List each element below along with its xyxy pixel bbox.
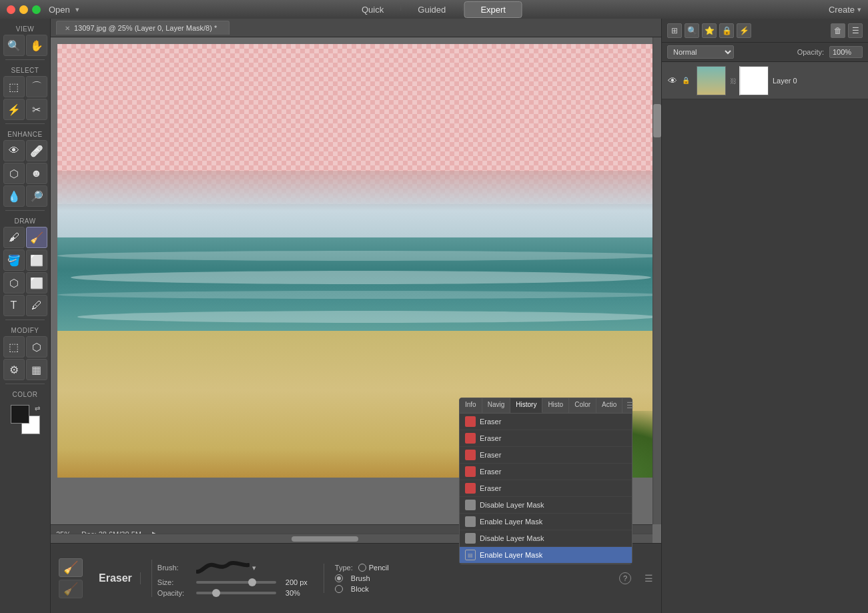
opacity-label: Opacity: [797, 48, 824, 56]
actio-tab[interactable]: Actio [596, 398, 622, 413]
lasso-tool[interactable]: ⌒ [26, 76, 47, 97]
brush-radio[interactable] [335, 574, 343, 582]
history-item-3[interactable]: Eraser [460, 447, 632, 464]
layer-thumbnail[interactable] [697, 66, 726, 95]
gradient-tool[interactable]: ⬜ [26, 249, 47, 271]
history-item-5[interactable]: Eraser [460, 480, 632, 497]
create-arrow[interactable]: ▾ [857, 5, 861, 14]
paint-tool[interactable]: 🖊 [26, 295, 47, 316]
open-dropdown-arrow[interactable]: ▾ [75, 5, 79, 14]
opacity-value: 30% [286, 589, 300, 597]
rectangle-shape[interactable]: ⬜ [26, 272, 47, 293]
panel-menu-btn[interactable]: ☰ [848, 23, 863, 38]
layer-item[interactable]: 👁 🔒 ⛓ Layer 0 [662, 62, 868, 99]
arrange-tool[interactable]: ⚙ [3, 359, 25, 380]
history-label-7: Enable Layer Mask [480, 518, 542, 526]
brush-picker[interactable]: ▾ [196, 560, 256, 576]
info-tab[interactable]: Info [460, 398, 482, 413]
vertical-scrollbar[interactable] [653, 37, 661, 524]
panel-icon-2[interactable]: 🔍 [685, 23, 699, 38]
histo-tab[interactable]: Histo [542, 398, 569, 413]
minimize-button[interactable] [19, 5, 28, 14]
left-toolbar: VIEW 🔍 ✋ SELECT ⬚ ⌒ ⚡ ✂ ENHANCE 👁 🩹 ⬡ ☻ … [0, 19, 51, 613]
size-slider[interactable] [196, 581, 276, 584]
panel-icon-4[interactable]: 🔒 [719, 23, 734, 38]
brush-option[interactable]: Brush [335, 574, 389, 582]
brush-dropdown-arrow[interactable]: ▾ [252, 564, 256, 572]
maximize-button[interactable] [32, 5, 41, 14]
visibility-toggle[interactable]: 👁 [667, 75, 678, 86]
help-icon[interactable]: ? [619, 572, 631, 584]
draw-tools-1: 🖌 🧹 [3, 227, 47, 248]
brush-preview[interactable] [196, 560, 250, 576]
open-label[interactable]: Open [49, 5, 70, 15]
history-icon-2 [465, 433, 476, 444]
zoom-tool[interactable]: 🔍 [3, 35, 25, 56]
history-item-9[interactable]: ▤ Enable Layer Mask [460, 547, 632, 564]
crop-tool[interactable]: ✂ [26, 99, 47, 120]
swap-colors[interactable]: ⇄ [35, 405, 40, 412]
quick-select-tool[interactable]: ⚡ [3, 99, 25, 120]
quick-button[interactable]: Quick [346, 1, 400, 18]
hand-tool[interactable]: ✋ [26, 35, 47, 56]
opacity-input[interactable] [829, 46, 863, 58]
create-button[interactable]: Create [829, 5, 855, 15]
history-item-4[interactable]: Eraser [460, 464, 632, 480]
type-tool[interactable]: T [3, 295, 25, 316]
paint-bucket[interactable]: 🪣 [3, 249, 25, 271]
blend-mode-select[interactable]: Normal [667, 45, 734, 59]
layer-mask-thumbnail[interactable] [739, 66, 769, 95]
image-tab[interactable]: ✕ 13097.jpg @ 25% (Layer 0, Layer Mask/8… [56, 21, 230, 35]
panel-menu[interactable]: ☰ [622, 398, 638, 413]
blur-tool[interactable]: 🔎 [26, 185, 47, 207]
healing-brush[interactable]: 🩹 [26, 140, 47, 161]
clone-tool[interactable]: ⬡ [3, 163, 25, 184]
red-eye-tool[interactable]: 👁 [3, 140, 25, 161]
opacity-thumb[interactable] [212, 589, 220, 597]
smudge-tool[interactable]: ☻ [26, 163, 47, 184]
history-icon-4 [465, 466, 476, 477]
history-item-6[interactable]: Disable Layer Mask [460, 497, 632, 514]
close-button[interactable] [7, 5, 15, 14]
block-option[interactable]: Block [335, 585, 389, 593]
divider-5 [5, 384, 45, 384]
tab-bar: ✕ 13097.jpg @ 25% (Layer 0, Layer Mask/8… [51, 19, 661, 37]
history-item-1[interactable]: Eraser [460, 414, 632, 430]
color-swatches[interactable]: ⇄ [11, 405, 40, 434]
panel-icon-5[interactable]: ⚡ [737, 23, 751, 38]
history-item-8[interactable]: Disable Layer Mask [460, 530, 632, 547]
dodge-tool[interactable]: 💧 [3, 185, 25, 207]
recompose-tool[interactable]: ▦ [26, 359, 47, 380]
panel-icon-1[interactable]: ⊞ [667, 23, 682, 38]
opacity-slider[interactable] [196, 592, 276, 594]
h-scroll-thumb[interactable] [292, 536, 358, 542]
eraser-variant-2[interactable]: 🧹 [59, 580, 83, 598]
size-thumb[interactable] [248, 578, 256, 586]
navig-tab[interactable]: Navig [482, 398, 511, 413]
history-tab[interactable]: History [510, 398, 542, 413]
panel-icon-3[interactable]: ⭐ [702, 23, 717, 38]
eraser-variant-1[interactable]: 🧹 [59, 558, 83, 577]
guided-button[interactable]: Guided [402, 1, 462, 18]
distort-tool[interactable]: ⬡ [26, 336, 47, 358]
color-tab[interactable]: Color [569, 398, 596, 413]
expert-button[interactable]: Expert [464, 1, 522, 18]
options-menu-icon[interactable]: ☰ [644, 573, 653, 584]
v-scroll-thumb[interactable] [653, 104, 661, 137]
eye-icon[interactable]: 👁 [668, 75, 677, 86]
pencil-option[interactable]: Pencil [358, 564, 389, 572]
brush-tool[interactable]: 🖌 [3, 227, 25, 248]
transform-tool[interactable]: ⬚ [3, 336, 25, 358]
pencil-radio[interactable] [358, 564, 366, 572]
layer-chain: ⛓ [730, 76, 735, 85]
block-radio[interactable] [335, 585, 343, 593]
tab-close-icon[interactable]: ✕ [65, 25, 70, 32]
marquee-tool[interactable]: ⬚ [3, 76, 25, 97]
foreground-color[interactable] [11, 405, 29, 424]
history-item-7[interactable]: Enable Layer Mask [460, 514, 632, 530]
delete-layer-btn[interactable]: 🗑 [831, 23, 845, 38]
eraser-tool[interactable]: 🧹 [26, 227, 47, 248]
type-row: Type: Pencil [335, 564, 389, 572]
custom-shape[interactable]: ⬡ [3, 272, 25, 293]
history-item-2[interactable]: Eraser [460, 430, 632, 447]
